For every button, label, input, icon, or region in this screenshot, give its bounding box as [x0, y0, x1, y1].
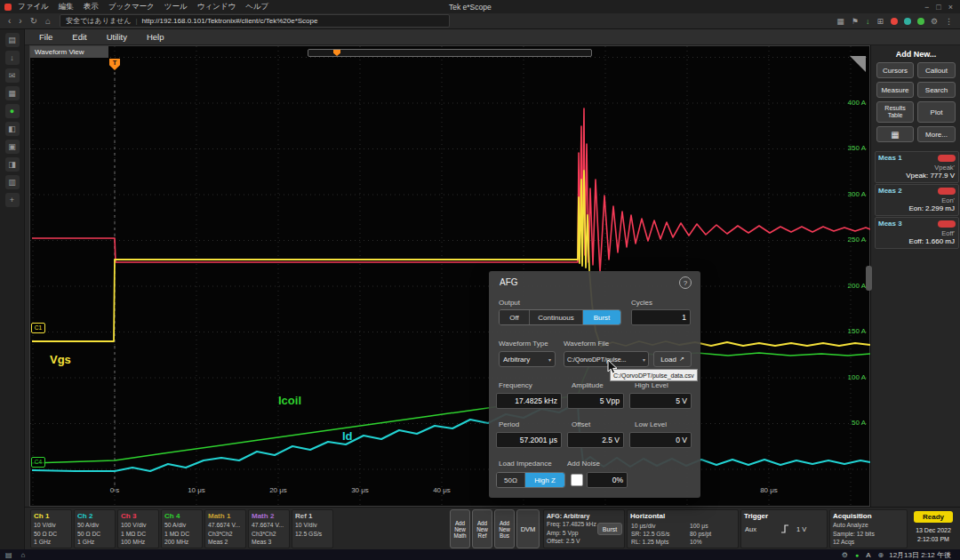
- math2-badge[interactable]: Math 2 47.6674 V... Ch3*Ch2 Meas 3: [248, 509, 290, 548]
- web-panel-icon-1[interactable]: ◧: [5, 122, 20, 136]
- amplitude-field[interactable]: 5 Vpp: [567, 393, 624, 409]
- taskbar-home-icon[interactable]: ⌂: [21, 551, 26, 559]
- profile-avatar-2[interactable]: [904, 18, 911, 25]
- add-noise-checkbox[interactable]: [571, 474, 583, 486]
- ch4-ground-marker[interactable]: C4: [31, 457, 45, 468]
- add-new-bus-button[interactable]: AddNewBus: [494, 509, 515, 548]
- security-label[interactable]: 安全ではありません: [66, 16, 131, 26]
- web-panel-icon-3[interactable]: ◨: [5, 157, 20, 172]
- waveform-file-select[interactable]: C:/QorvoDPT/pulse... ▾: [564, 351, 649, 367]
- menu-file[interactable]: ファイル: [18, 2, 49, 12]
- channel-badge-ch2[interactable]: Ch 2 50 A/div 50 Ω DC 1 GHz: [74, 509, 116, 548]
- dvm-button[interactable]: DVM: [516, 509, 540, 548]
- afg-badge[interactable]: AFG: Arbitrary Freq: 17.4825 kHz Amp: 5 …: [543, 509, 625, 548]
- extensions-icon[interactable]: ⊞: [876, 17, 884, 26]
- afg-dialog[interactable]: AFG ? Output Cycles Off Continuous Burst…: [489, 271, 700, 498]
- home-icon[interactable]: ⌂: [45, 16, 51, 26]
- menu-tools[interactable]: ツール: [164, 2, 188, 12]
- add-panel-icon[interactable]: +: [5, 193, 20, 207]
- scope-menu-help[interactable]: Help: [147, 32, 164, 42]
- callout-button[interactable]: Callout: [917, 62, 956, 78]
- afg-burst-button[interactable]: Burst: [597, 523, 622, 535]
- add-new-ref-button[interactable]: AddNewRef: [472, 509, 492, 548]
- offset-field[interactable]: 2.5 V: [567, 432, 624, 448]
- horizontal-badge[interactable]: Horizontal 10 μs/div 100 μs SR: 12.5 GS/…: [627, 509, 739, 548]
- menu-dots-icon[interactable]: ⋮: [945, 17, 953, 26]
- reload-icon[interactable]: ↻: [30, 16, 37, 26]
- impedance-highz-button[interactable]: High Z: [525, 473, 564, 487]
- frequency-field[interactable]: 17.4825 kHz: [496, 393, 562, 409]
- gear-icon[interactable]: ⚙: [931, 17, 938, 26]
- trace-ch3-vds[interactable]: [32, 108, 870, 273]
- search-button[interactable]: Search: [917, 82, 956, 98]
- tray-status-icon[interactable]: ●: [855, 552, 859, 558]
- downloads-icon[interactable]: ↓: [5, 51, 20, 65]
- channel-badge-ch3[interactable]: Ch 3 100 V/div 1 MΩ DC 100 MHz: [117, 509, 159, 548]
- acquisition-badge[interactable]: Acquisition Auto Analyze Sample: 12 bits…: [829, 509, 908, 548]
- scope-menu-utility[interactable]: Utility: [107, 32, 127, 42]
- tiles-icon[interactable]: ▦: [836, 17, 844, 26]
- tray-gear-icon[interactable]: ⚙: [842, 551, 848, 559]
- flag-icon[interactable]: ⚑: [852, 17, 859, 26]
- web-panel-icon-4[interactable]: ▥: [5, 175, 20, 189]
- panel-divider-handle[interactable]: [866, 266, 872, 291]
- output-continuous-button[interactable]: Continuous: [530, 310, 583, 324]
- meas-source-pill[interactable]: [938, 188, 956, 195]
- download-icon[interactable]: ↓: [866, 17, 870, 26]
- add-new-math-button[interactable]: AddNewMath: [450, 509, 470, 548]
- scope-menu-file[interactable]: File: [39, 32, 52, 42]
- profile-avatar-1[interactable]: [891, 18, 898, 25]
- table-icon-button[interactable]: ▦: [876, 126, 914, 142]
- output-burst-button[interactable]: Burst: [583, 310, 620, 324]
- measurement-badge-2[interactable]: Meas 2 Eon' Eon: 2.299 mJ: [875, 184, 959, 216]
- pan-position-marker[interactable]: [333, 50, 340, 56]
- math1-badge[interactable]: Math 1 47.6674 V... Ch3*Ch2 Meas 2: [204, 509, 246, 548]
- trigger-badge[interactable]: Trigger Aux 1 V: [740, 509, 828, 548]
- meas-source-pill[interactable]: [938, 220, 956, 228]
- profile-avatar-3[interactable]: [917, 18, 924, 25]
- trace-ch4-icoil[interactable]: [32, 353, 870, 463]
- web-panel-icon-2[interactable]: ▣: [5, 140, 20, 154]
- results-table-button[interactable]: Results Table: [876, 101, 914, 123]
- minimize-icon[interactable]: −: [924, 3, 929, 12]
- waveform-canvas[interactable]: [30, 46, 871, 508]
- measurement-badge-3[interactable]: Meas 3 Eoff' Eoff: 1.660 mJ: [875, 217, 959, 249]
- calendar-icon[interactable]: ▦: [5, 86, 20, 100]
- ime-indicator[interactable]: A: [866, 551, 870, 559]
- waveform-view[interactable]: Waveform View T C1 C4 Vgs Icoil Id 400 A…: [29, 45, 870, 507]
- low-level-field[interactable]: 0 V: [629, 432, 692, 448]
- taskbar-clock[interactable]: 12月13日 2:12 午後: [889, 550, 951, 560]
- close-icon[interactable]: ×: [948, 3, 953, 12]
- back-icon[interactable]: ‹: [8, 16, 11, 26]
- mail-icon[interactable]: ✉: [5, 68, 20, 83]
- panel-toggle-icon[interactable]: ▤: [5, 33, 20, 47]
- plot-button[interactable]: Plot: [917, 101, 956, 123]
- help-icon[interactable]: ?: [679, 276, 692, 289]
- menu-bookmarks[interactable]: ブックマーク: [108, 2, 155, 12]
- meas-source-pill[interactable]: [938, 155, 956, 162]
- pan-zoom-track[interactable]: [308, 49, 592, 57]
- address-bar[interactable]: 安全ではありません | http://192.168.0.101/Tektron…: [60, 14, 450, 28]
- high-level-field[interactable]: 5 V: [629, 393, 692, 409]
- measurement-badge-1[interactable]: Meas 1 Vpeak' Vpeak: 777.9 V: [875, 151, 959, 183]
- noise-percent-field[interactable]: 0%: [587, 472, 628, 488]
- measure-button[interactable]: Measure: [876, 82, 914, 98]
- scope-menu-edit[interactable]: Edit: [72, 32, 86, 42]
- menu-window[interactable]: ウィンドウ: [197, 2, 236, 12]
- ref1-badge[interactable]: Ref 1 10 V/div 12.5 GS/s: [292, 509, 333, 548]
- taskbar-menu-icon[interactable]: ▤: [5, 551, 12, 559]
- waveform-type-select[interactable]: Arbitrary ▾: [499, 351, 556, 367]
- channel-badge-ch1[interactable]: Ch 1 10 V/div 50 Ω DC 1 GHz: [30, 509, 72, 548]
- period-field[interactable]: 57.2001 μs: [496, 432, 562, 448]
- output-off-button[interactable]: Off: [500, 310, 530, 324]
- forward-icon[interactable]: ›: [19, 16, 21, 26]
- menu-view[interactable]: 表示: [84, 2, 99, 12]
- status-dot-icon[interactable]: ●: [5, 104, 20, 118]
- trace-ch1-vgs[interactable]: [32, 171, 870, 347]
- waveform-view-tab[interactable]: Waveform View: [30, 46, 108, 58]
- tray-plus-icon[interactable]: ⊕: [877, 551, 884, 559]
- load-button[interactable]: Load ↗: [653, 351, 692, 367]
- menu-edit[interactable]: 編集: [59, 2, 74, 12]
- cursors-button[interactable]: Cursors: [876, 62, 914, 78]
- more-button[interactable]: More...: [917, 126, 956, 142]
